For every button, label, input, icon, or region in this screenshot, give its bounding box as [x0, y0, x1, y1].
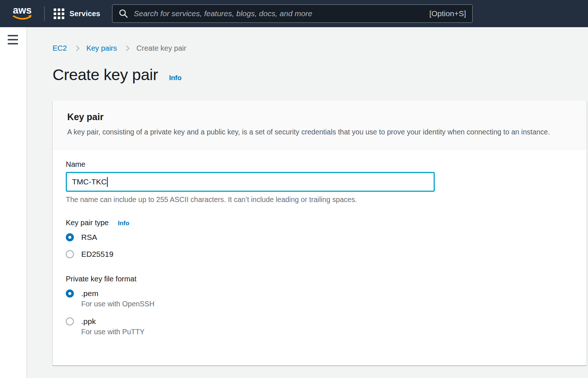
radio-option-pem[interactable]: .pem [66, 289, 572, 298]
card-title: Key pair [67, 112, 572, 122]
topbar-divider [44, 6, 45, 21]
top-navigation-bar: aws Services Search for services, featur… [0, 0, 588, 27]
key-pair-card: Key pair A key pair, consisting of a pri… [53, 101, 587, 366]
breadcrumb-current: Create key pair [136, 44, 186, 53]
radio-selected-icon [66, 233, 74, 241]
radio-unselected-icon [66, 317, 74, 325]
page-title: Create key pair [53, 66, 158, 84]
aws-logo-icon: aws [12, 5, 33, 22]
search-icon [119, 9, 128, 18]
radio-option-ed25519-label: ED25519 [81, 250, 114, 259]
hamburger-bar [8, 43, 18, 44]
services-menu-button[interactable]: Services [54, 0, 100, 27]
radio-selected-icon [66, 289, 74, 298]
search-shortcut-hint: [Option+S] [429, 9, 466, 18]
radio-option-ed25519[interactable]: ED25519 [66, 250, 572, 259]
key-pair-type-label-row: Key pair type Info [66, 219, 572, 227]
search-bar[interactable]: Search for services, features, blogs, do… [112, 4, 473, 23]
radio-option-ppk-label: .ppk [81, 317, 96, 326]
chevron-right-icon [124, 46, 130, 51]
breadcrumb-link-key-pairs[interactable]: Key pairs [86, 44, 117, 53]
page-body: EC2 Key pairs Create key pair Create key… [0, 27, 588, 378]
radio-option-ppk[interactable]: .ppk [66, 317, 572, 326]
page-title-row: Create key pair Info [53, 66, 587, 84]
breadcrumb-link-ec2[interactable]: EC2 [53, 44, 67, 53]
radio-option-pem-label: .pem [81, 289, 98, 298]
radio-option-rsa[interactable]: RSA [66, 233, 572, 242]
ppk-option-description: For use with PuTTY [81, 328, 572, 336]
svg-text:aws: aws [13, 5, 32, 16]
file-format-label: Private key file format [66, 275, 136, 283]
hamburger-menu-button[interactable] [8, 35, 18, 44]
chevron-right-icon [74, 46, 80, 51]
aws-logo[interactable]: aws [12, 5, 33, 22]
page-info-link[interactable]: Info [169, 74, 182, 82]
name-input[interactable]: TMC-TKC [66, 172, 435, 192]
file-format-label-row: Private key file format [66, 275, 572, 283]
name-helper-text: The name can include up to 255 ASCII cha… [66, 195, 572, 204]
services-label: Services [69, 10, 100, 18]
search-placeholder: Search for services, features, blogs, do… [134, 9, 425, 18]
radio-option-rsa-label: RSA [81, 233, 97, 242]
text-cursor [107, 177, 108, 187]
side-navigation-collapsed [0, 27, 27, 378]
hamburger-bar [8, 35, 18, 36]
name-input-value: TMC-TKC [72, 177, 107, 186]
radio-unselected-icon [66, 250, 74, 258]
card-header: Key pair A key pair, consisting of a pri… [53, 101, 587, 150]
aws-console-screen: aws Services Search for services, featur… [0, 0, 588, 378]
services-grid-icon [54, 8, 64, 19]
file-format-group: Private key file format .pem For use wit… [66, 275, 572, 336]
key-pair-type-group: Key pair type Info RSA ED25519 [66, 219, 572, 259]
pem-option-description: For use with OpenSSH [81, 300, 572, 308]
card-body: Name TMC-TKC The name can include up to … [53, 150, 587, 366]
name-field-label: Name [66, 160, 572, 169]
key-pair-type-label: Key pair type [66, 219, 109, 227]
name-field: Name TMC-TKC The name can include up to … [66, 160, 572, 204]
hamburger-bar [8, 39, 18, 40]
card-description: A key pair, consisting of a private key … [67, 127, 567, 137]
key-pair-type-info-link[interactable]: Info [118, 220, 129, 227]
breadcrumb: EC2 Key pairs Create key pair [53, 44, 587, 53]
main-content: EC2 Key pairs Create key pair Create key… [27, 27, 588, 378]
